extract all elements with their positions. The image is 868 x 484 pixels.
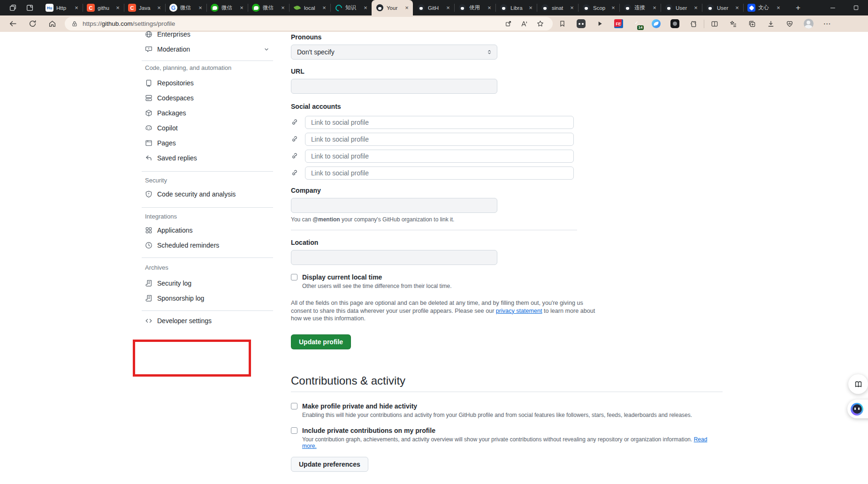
browser-tab[interactable]: Libra× (495, 0, 537, 15)
workspaces-icon[interactable] (8, 3, 18, 13)
social-profile-input[interactable] (305, 133, 574, 146)
sidebar-item-applications[interactable]: Applications (142, 223, 273, 238)
dark-extension-icon[interactable] (665, 17, 684, 31)
browser-tab[interactable]: local× (289, 0, 330, 15)
browser-tab[interactable]: 知识× (330, 0, 372, 15)
tab-close-icon[interactable]: × (610, 5, 617, 11)
sidebar-item-security-log[interactable]: Security log (142, 276, 273, 291)
github-favicon (541, 4, 549, 12)
back-button[interactable] (3, 17, 23, 31)
browser-tab[interactable]: sinat× (537, 0, 578, 15)
favorite-star-icon[interactable] (532, 18, 548, 30)
sidebar-item-packages[interactable]: Packages (142, 106, 273, 121)
sidebar-item-scheduled-reminders[interactable]: Scheduled reminders (142, 238, 273, 253)
browser-tab[interactable]: 连接× (619, 0, 661, 15)
sidebar-item-moderation[interactable]: Moderation (142, 42, 273, 57)
local-time-checkbox[interactable] (291, 274, 297, 280)
browser-tab[interactable]: 微信× (165, 0, 206, 15)
tab-close-icon[interactable]: × (651, 5, 658, 11)
tab-close-icon[interactable]: × (569, 5, 575, 11)
address-bar[interactable]: https://github.com/settings/profile (65, 17, 553, 30)
browser-tab[interactable]: User× (702, 0, 743, 15)
browser-essentials-icon[interactable] (780, 17, 799, 31)
share-icon[interactable] (500, 18, 516, 30)
tab-close-icon[interactable]: × (486, 5, 493, 11)
repo-icon (145, 79, 152, 87)
profile-avatar[interactable] (799, 17, 818, 31)
pronouns-select[interactable]: Don't specify (291, 45, 497, 60)
update-preferences-button[interactable]: Update preferences (291, 457, 368, 472)
browser-tab[interactable]: GitH× (413, 0, 454, 15)
split-screen-icon[interactable] (705, 17, 724, 31)
tab-close-icon[interactable]: × (156, 5, 162, 11)
tab-close-icon[interactable]: × (197, 5, 204, 11)
window-maximize-button[interactable] (844, 0, 868, 15)
browser-tab[interactable]: Your× (372, 0, 413, 15)
play-extension-icon[interactable] (590, 17, 609, 31)
home-button[interactable] (42, 17, 62, 31)
extensions-puzzle-icon[interactable] (684, 17, 703, 31)
sidebar-item-pages[interactable]: Pages (142, 136, 273, 151)
tab-close-icon[interactable]: × (280, 5, 286, 11)
ai-assistant-float-button[interactable] (847, 400, 868, 418)
sidebar-item-code-security[interactable]: Code security and analysis (142, 187, 273, 202)
sidebar-item-repositories[interactable]: Repositories (142, 76, 273, 91)
company-input[interactable] (291, 198, 497, 213)
tab-close-icon[interactable]: × (73, 5, 80, 11)
settings-menu-icon[interactable]: ⋯ (818, 17, 837, 31)
bird-extension-icon[interactable] (647, 17, 665, 31)
github-favicon (624, 4, 632, 12)
tab-close-icon[interactable]: × (404, 5, 410, 11)
downloads-icon[interactable] (761, 17, 780, 31)
tab-close-icon[interactable]: × (321, 5, 327, 11)
sidebar-item-copilot[interactable]: Copilot (142, 121, 273, 136)
tab-close-icon[interactable]: × (238, 5, 245, 11)
tab-actions-icon[interactable] (24, 3, 35, 13)
browser-tab[interactable]: githu× (83, 0, 124, 15)
reading-list-float-button[interactable] (848, 374, 868, 394)
tab-close-icon[interactable]: × (362, 5, 369, 11)
sidebar-item-developer-settings[interactable]: Developer settings (142, 313, 273, 328)
refresh-button[interactable] (23, 17, 42, 31)
tab-close-icon[interactable]: × (527, 5, 534, 11)
private-profile-checkbox[interactable] (291, 403, 297, 409)
tab-close-icon[interactable]: × (693, 5, 699, 11)
company-hint: You can @mention your company's GitHub o… (291, 216, 723, 223)
tab-close-icon[interactable]: × (114, 5, 121, 11)
browser-tab[interactable]: Scop× (578, 0, 619, 15)
tab-close-icon[interactable]: × (775, 5, 782, 11)
sidebar-item-enterprises[interactable]: Enterprises (142, 27, 273, 42)
url-input[interactable] (291, 79, 497, 94)
social-profile-input[interactable] (305, 166, 574, 180)
read-aloud-icon[interactable] (516, 18, 532, 30)
fe-extension-icon[interactable]: FE (609, 17, 628, 31)
browser-tab[interactable]: 微信× (206, 0, 248, 15)
sidebar-item-saved-replies[interactable]: Saved replies (142, 151, 273, 166)
window-minimize-button[interactable] (822, 0, 844, 15)
sidebar-item-sponsorship-log[interactable]: Sponsorship log (142, 291, 273, 306)
browser-tab[interactable]: 微信× (248, 0, 289, 15)
favorites-list-icon[interactable] (724, 17, 743, 31)
tab-close-icon[interactable]: × (445, 5, 451, 11)
browser-tab[interactable]: 使用× (454, 0, 495, 15)
collections-icon[interactable] (743, 17, 761, 31)
browser-tab[interactable]: Http× (41, 0, 83, 15)
private-contributions-checkbox[interactable] (291, 427, 297, 434)
new-tab-button[interactable]: + (791, 2, 805, 14)
reading-list-extension-icon[interactable] (571, 17, 590, 31)
privacy-statement-link[interactable]: privacy statement (496, 308, 542, 314)
location-input[interactable] (291, 250, 497, 265)
browser-tab[interactable]: Java× (124, 0, 165, 15)
shield-extension-icon[interactable]: 14 (628, 17, 647, 31)
sidebar-item-label: Enterprises (157, 30, 190, 38)
browser-tab[interactable]: User× (661, 0, 702, 15)
social-profile-input[interactable] (305, 116, 574, 129)
sidebar-item-label: Code security and analysis (157, 190, 236, 198)
tab-close-icon[interactable]: × (734, 5, 740, 11)
browser-tab[interactable]: 文心× (743, 0, 784, 15)
settings-sidebar: Enterprises Moderation Code, planning, a… (142, 27, 273, 328)
update-profile-button[interactable]: Update profile (291, 334, 351, 349)
bookmark-extension-icon[interactable] (553, 17, 571, 31)
social-profile-input[interactable] (305, 150, 574, 163)
sidebar-item-codespaces[interactable]: Codespaces (142, 91, 273, 106)
